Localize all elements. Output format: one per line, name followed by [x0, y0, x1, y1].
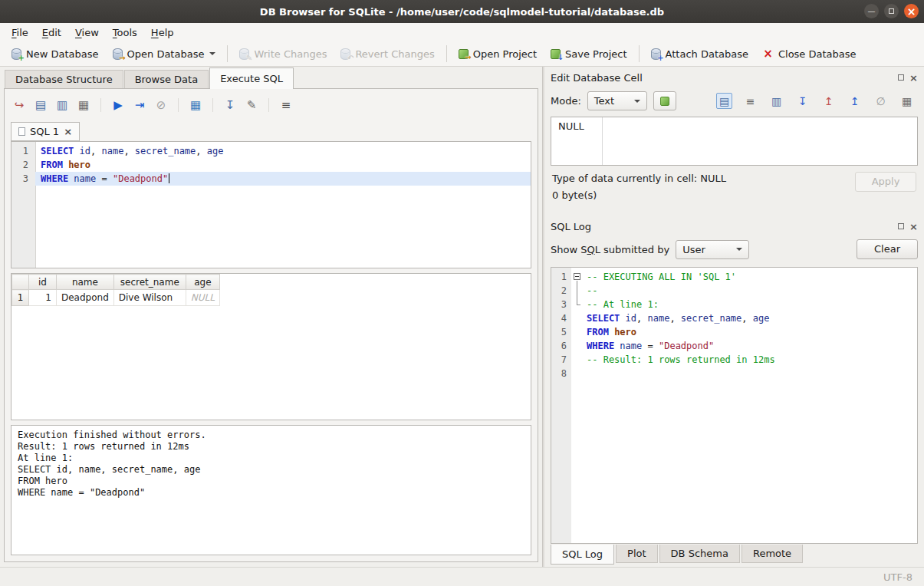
- dropdown-caret-icon[interactable]: [209, 52, 215, 58]
- export-cell-icon[interactable]: ↥: [820, 93, 837, 109]
- code-line: 5FROM hero: [551, 325, 917, 339]
- save-sql-file-icon[interactable]: ▤: [32, 97, 49, 114]
- results-grid[interactable]: idnamesecret_nameage11DeadpondDive Wilso…: [11, 273, 531, 420]
- column-header-name[interactable]: name: [57, 275, 114, 290]
- attach-database-button[interactable]: +Attach Database: [644, 45, 755, 63]
- open-sql-file-icon[interactable]: ↪: [11, 97, 28, 114]
- menu-edit[interactable]: Edit: [35, 25, 68, 41]
- dock-tab-sql-log[interactable]: SQL Log: [551, 545, 614, 565]
- edit-sql-icon[interactable]: ✎: [243, 97, 260, 114]
- cell-age[interactable]: NULL: [186, 290, 219, 306]
- app-window: DB Browser for SQLite - /home/user/code/…: [0, 0, 924, 586]
- cell-mode-row: Mode: Text ▤≡▥↧↥↥∅▦: [544, 87, 924, 117]
- column-header-id[interactable]: id: [29, 275, 57, 290]
- save-sql-as-icon[interactable]: ▥: [54, 97, 71, 114]
- print-icon[interactable]: ▦: [75, 97, 92, 114]
- save-results-view-icon[interactable]: ↧: [222, 97, 238, 114]
- cell-editor[interactable]: NULL: [551, 117, 918, 166]
- menu-help[interactable]: Help: [144, 25, 181, 41]
- toolbar-separator: [227, 45, 228, 62]
- query-history-icon[interactable]: ≡: [278, 97, 294, 114]
- write-changes-button: ✎Write Changes: [232, 45, 334, 63]
- sql-editor[interactable]: 1SELECT id, name, secret_name, age2FROM …: [11, 141, 531, 268]
- row-header[interactable]: 1: [12, 290, 29, 306]
- table-row: 11DeadpondDive WilsonNULL: [12, 290, 220, 306]
- auto-detect-mode-button[interactable]: [653, 91, 676, 110]
- dock-tab-plot[interactable]: Plot: [616, 545, 658, 563]
- word-wrap-icon[interactable]: ≡: [742, 93, 758, 109]
- text-mode-icon[interactable]: ▤: [716, 93, 732, 109]
- line-number: 1: [551, 270, 571, 284]
- sql-tab-bar: SQL 1 ×: [11, 120, 531, 141]
- column-header-age[interactable]: age: [186, 275, 219, 290]
- clear-log-button[interactable]: Clear: [857, 239, 918, 259]
- statusbar: UTF-8: [0, 567, 924, 586]
- open-database-button[interactable]: →Open Database: [106, 45, 223, 63]
- sql-log-view[interactable]: 1-- EXECUTING ALL IN 'SQL 1'2--3-- At li…: [551, 267, 918, 544]
- fold-margin: [571, 367, 584, 380]
- fold-mid-icon: [571, 284, 584, 298]
- code-text: --: [584, 284, 917, 298]
- execution-message: Execution finished without errors. Resul…: [11, 425, 531, 555]
- menu-tools[interactable]: Tools: [106, 25, 144, 41]
- code-line: 3WHERE name = "Deadpond": [12, 172, 531, 186]
- open-project-icon: →: [459, 49, 469, 59]
- float-dock-icon[interactable]: [898, 74, 904, 81]
- import-cell-icon[interactable]: ↧: [794, 93, 811, 109]
- minimize-button[interactable]: —: [864, 4, 879, 18]
- mode-label: Mode:: [551, 95, 581, 107]
- tab-database-structure[interactable]: Database Structure: [5, 70, 123, 88]
- execute-all-icon[interactable]: ▶: [110, 97, 127, 114]
- cell-info: Type of data currently in cell: NULL 0 b…: [544, 166, 924, 209]
- corner-header: [12, 275, 29, 290]
- line-number: 3: [551, 298, 571, 311]
- code-text: [584, 367, 917, 380]
- line-number: 1: [12, 144, 35, 158]
- code-line: 6WHERE name = "Deadpond": [551, 339, 917, 353]
- cell-secret_name[interactable]: Dive Wilson: [113, 290, 186, 306]
- cell-name[interactable]: Deadpond: [57, 290, 114, 306]
- close-window-button[interactable]: ×: [904, 4, 919, 18]
- column-header-secret_name[interactable]: secret_name: [113, 275, 186, 290]
- save-project-button[interactable]: ↓Save Project: [544, 45, 634, 63]
- save-cell-icon[interactable]: ↥: [847, 93, 863, 109]
- print-cell-icon[interactable]: ▦: [899, 93, 915, 109]
- sql-tab[interactable]: SQL 1 ×: [11, 122, 80, 141]
- new-database-button[interactable]: +New Database: [5, 45, 106, 63]
- dock-tab-remote[interactable]: Remote: [742, 545, 803, 563]
- close-dock-icon[interactable]: ×: [909, 73, 918, 83]
- menu-view[interactable]: View: [68, 25, 106, 41]
- tab-execute-sql[interactable]: Execute SQL: [209, 67, 294, 89]
- cell-content: NULL: [558, 120, 584, 132]
- close-tab-icon[interactable]: ×: [64, 127, 72, 137]
- cell-editor-text-area[interactable]: [603, 117, 917, 165]
- submitter-select[interactable]: User: [676, 240, 749, 259]
- copy-cell-icon[interactable]: ▥: [768, 93, 784, 109]
- export-results-icon[interactable]: ▦: [187, 97, 204, 114]
- menu-file[interactable]: File: [5, 25, 35, 41]
- document-icon: [18, 127, 25, 136]
- new-database-label: New Database: [26, 48, 99, 60]
- encoding-label: UTF-8: [883, 571, 912, 583]
- main-area: Database StructureBrowse DataExecute SQL…: [0, 67, 924, 567]
- maximize-button[interactable]: [884, 4, 899, 18]
- close-database-button[interactable]: ×Close Database: [755, 45, 863, 63]
- execute-sql-pane: ↪▤▥▦▶⇥⊘▦↧✎≡ SQL 1 × 1SELECT id, name, se…: [4, 88, 538, 562]
- filter-label: Show SQL submitted by: [551, 244, 669, 255]
- dock-tab-db-schema[interactable]: DB Schema: [659, 545, 740, 563]
- cell-editor-gutter: NULL: [551, 117, 603, 165]
- results-table: idnamesecret_nameage11DeadpondDive Wilso…: [12, 274, 220, 306]
- tab-browse-data[interactable]: Browse Data: [124, 70, 209, 88]
- open-project-button[interactable]: →Open Project: [452, 45, 544, 63]
- mode-select[interactable]: Text: [587, 91, 647, 110]
- close-database-icon: ×: [762, 48, 774, 60]
- close-dock-icon[interactable]: ×: [909, 222, 918, 232]
- dock-icons: ×: [898, 73, 918, 83]
- execute-current-line-icon[interactable]: ⇥: [131, 97, 148, 114]
- float-dock-icon[interactable]: [898, 223, 904, 229]
- cell-id[interactable]: 1: [29, 290, 57, 306]
- open-database-icon: →: [113, 48, 123, 60]
- attach-database-label: Attach Database: [666, 48, 748, 60]
- set-null-icon[interactable]: ∅: [873, 93, 889, 109]
- fold-start-icon[interactable]: [571, 270, 584, 284]
